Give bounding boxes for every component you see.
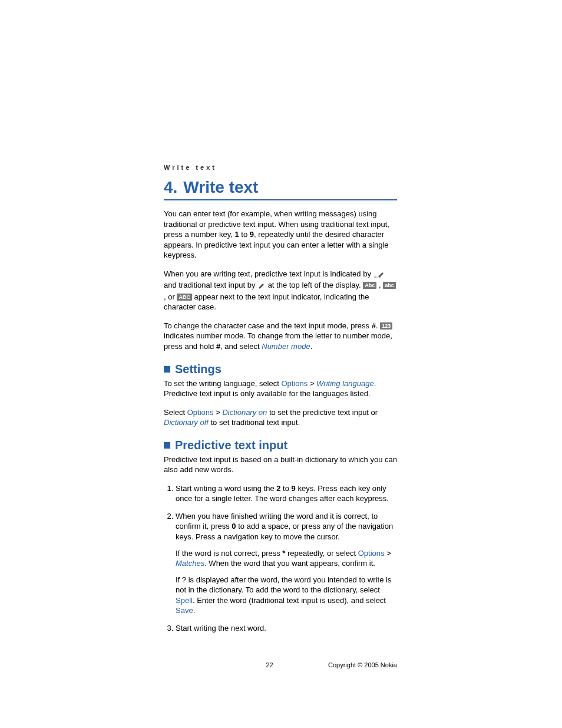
section-bullet-icon [164,442,170,449]
settings-paragraph-1: To set the writing language, select Opti… [164,378,397,399]
heading-text: Settings [175,363,222,375]
traditional-pencil-icon [257,281,266,292]
page-footer: 22 Copyright © 2005 Nokia [164,661,397,668]
mode-paragraph: To change the character case and the tex… [164,321,397,352]
text: to [280,484,291,493]
text: . When the word that you want appears, c… [204,559,375,568]
list-item: Start writing the next word. [176,623,397,634]
number-123-icon: 123 [380,322,392,330]
text: > [308,379,316,388]
text: Select [164,408,187,417]
page-header-label: Write text [164,164,397,171]
text: To set the writing language, select [164,379,281,388]
indicator-paragraph: When you are writing text, predictive te… [164,269,397,312]
key-9: 9 [292,484,296,493]
text: , or [164,292,177,301]
copyright-text: Copyright © 2005 Nokia [328,661,397,668]
dictionary-on-link[interactable]: Dictionary on [222,408,267,417]
hash-key: # [372,321,376,330]
writing-language-link[interactable]: Writing language [316,379,374,388]
list-subparagraph: If the word is not correct, press * repe… [176,548,397,569]
predictive-heading: Predictive text input [164,439,397,452]
predictive-intro: Predictive text input is based on a buil… [164,454,397,475]
options-link[interactable]: Options [281,379,308,388]
options-link[interactable]: Options [358,549,385,558]
predictive-pencil-icon [373,270,384,281]
text: , [376,281,383,289]
text: > [385,549,391,558]
key-0: 0 [232,522,236,531]
list-item: When you have finished writing the word … [176,511,397,616]
page-number: 22 [266,661,273,668]
section-bullet-icon [164,366,170,373]
predictive-steps-list: Start writing a word using the 2 to 9 ke… [164,483,397,634]
case-abc-icon: Abc [363,282,376,289]
list-item: Start writing a word using the 2 to 9 ke… [176,483,397,504]
text: If the word is not correct, press [176,549,282,558]
key-1: 1 [234,230,239,239]
text: To change the character case and the tex… [164,321,372,330]
text: . [376,321,380,330]
number-mode-link[interactable]: Number mode [262,342,310,351]
settings-paragraph-2: Select Options > Dictionary on to set th… [164,407,397,428]
dictionary-off-link[interactable]: Dictionary off [164,418,209,427]
chapter-title: Write text [183,178,258,196]
save-link[interactable]: Save [176,606,193,615]
matches-link[interactable]: Matches [176,559,204,568]
text: repeatedly, or select [285,549,358,558]
text: Start writing a word using the [176,484,276,493]
case-lower-abc-icon: abc [383,282,396,289]
text: . [193,606,196,615]
text: to set the predictive text input or [267,408,378,417]
text: , and select [220,342,262,351]
heading-text: Predictive text input [175,439,287,452]
options-link[interactable]: Options [187,408,214,417]
settings-heading: Settings [164,363,397,376]
text: . Enter the word (traditional text input… [193,596,386,605]
case-upper-abc-icon: ABC [177,294,192,301]
text: and traditional text input by [164,281,257,289]
list-subparagraph: If ? is displayed after the word, the wo… [176,575,397,616]
text: . [310,342,313,351]
chapter-heading: 4.Write text [164,178,397,200]
text: at the top left of the display. [268,281,363,289]
key-9: 9 [250,230,254,239]
text: > [214,408,223,417]
text: When you are writing text, predictive te… [164,269,373,278]
document-page: Write text 4.Write text You can enter te… [0,0,562,727]
text: to set traditional text input. [209,418,300,427]
text: appear next to the text input indicator,… [164,292,369,312]
spell-link[interactable]: Spell [176,596,193,605]
chapter-number: 4. [164,178,177,196]
text: If ? is displayed after the word, the wo… [176,575,391,595]
text: to [239,230,250,239]
intro-paragraph: You can enter text (for example, when wr… [164,209,397,261]
